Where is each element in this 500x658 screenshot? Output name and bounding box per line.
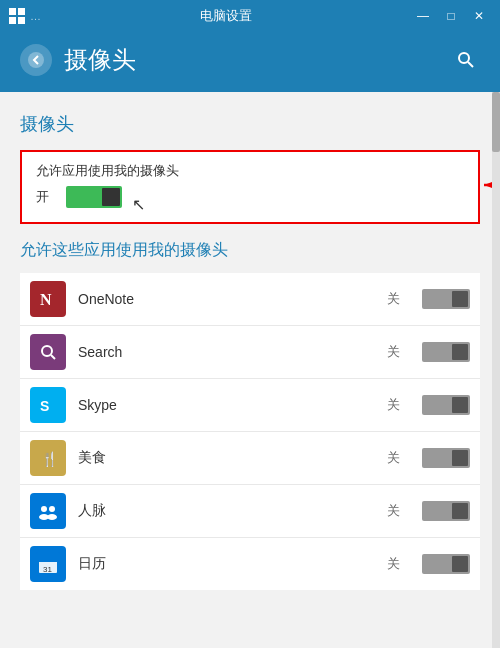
title-bar: … 电脑设置 — □ ✕ <box>0 0 500 32</box>
food-status: 关 <box>387 449 400 467</box>
svg-rect-0 <box>9 8 16 15</box>
app-list: N OneNote 关 Search 关 <box>20 273 480 590</box>
contacts-toggle[interactable] <box>422 501 470 521</box>
calendar-name: 日历 <box>78 555 375 573</box>
camera-toggle-box: 允许应用使用我的摄像头 开 ↖ <box>20 150 480 224</box>
svg-point-5 <box>459 53 469 63</box>
svg-point-19 <box>41 506 47 512</box>
toggle-state: 开 <box>36 188 56 206</box>
toggle-track <box>66 186 122 208</box>
toggle-thumb <box>102 188 120 206</box>
search-status: 关 <box>387 343 400 361</box>
camera-toggle[interactable] <box>66 186 122 208</box>
calendar-toggle-thumb <box>452 556 468 572</box>
skype-icon: S <box>30 387 66 423</box>
section-title: 摄像头 <box>20 112 480 136</box>
minimize-button[interactable]: — <box>410 6 436 26</box>
app-row-search: Search 关 <box>20 326 480 379</box>
svg-point-22 <box>47 514 57 520</box>
skype-status: 关 <box>387 396 400 414</box>
search-toggle-thumb <box>452 344 468 360</box>
skype-name: Skype <box>78 397 375 413</box>
search-app-name: Search <box>78 344 375 360</box>
svg-rect-1 <box>18 8 25 15</box>
search-button[interactable] <box>452 46 480 74</box>
apps-section-title: 允许这些应用使用我的摄像头 <box>20 240 480 261</box>
food-toggle-thumb <box>452 450 468 466</box>
back-button[interactable] <box>20 44 52 76</box>
svg-rect-3 <box>18 17 25 24</box>
page-title: 摄像头 <box>64 44 440 76</box>
title-bar-title: 电脑设置 <box>41 7 410 25</box>
onenote-toggle[interactable] <box>422 289 470 309</box>
search-app-icon <box>30 334 66 370</box>
svg-text:N: N <box>40 291 52 308</box>
svg-point-4 <box>28 52 44 68</box>
onenote-toggle-thumb <box>452 291 468 307</box>
restore-button[interactable]: □ <box>438 6 464 26</box>
food-name: 美食 <box>78 449 375 467</box>
toggle-box-label: 允许应用使用我的摄像头 <box>36 162 464 180</box>
header: 摄像头 <box>0 32 500 92</box>
svg-point-20 <box>49 506 55 512</box>
title-bar-dots: … <box>30 10 41 22</box>
toggle-row: 开 <box>36 186 464 208</box>
content-area: 摄像头 允许应用使用我的摄像头 开 ↖ 允 <box>0 92 500 648</box>
app-row-skype: S Skype 关 <box>20 379 480 432</box>
contacts-status: 关 <box>387 502 400 520</box>
svg-rect-2 <box>9 17 16 24</box>
app-row-calendar: 31 日历 关 <box>20 538 480 590</box>
skype-toggle[interactable] <box>422 395 470 415</box>
skype-toggle-thumb <box>452 397 468 413</box>
windows-icon <box>8 7 26 25</box>
contacts-toggle-thumb <box>452 503 468 519</box>
search-toggle[interactable] <box>422 342 470 362</box>
scrollbar-track[interactable] <box>492 92 500 648</box>
app-row-food: 🍴 美食 关 <box>20 432 480 485</box>
svg-text:🍴: 🍴 <box>41 451 59 468</box>
calendar-icon: 31 <box>30 546 66 582</box>
title-bar-controls: — □ ✕ <box>410 6 492 26</box>
onenote-status: 关 <box>387 290 400 308</box>
scrollbar-thumb[interactable] <box>492 92 500 152</box>
food-icon: 🍴 <box>30 440 66 476</box>
contacts-name: 人脉 <box>78 502 375 520</box>
food-toggle[interactable] <box>422 448 470 468</box>
onenote-name: OneNote <box>78 291 375 307</box>
svg-line-6 <box>468 62 473 67</box>
close-button[interactable]: ✕ <box>466 6 492 26</box>
svg-text:S: S <box>40 398 49 414</box>
calendar-toggle[interactable] <box>422 554 470 574</box>
app-row-onenote: N OneNote 关 <box>20 273 480 326</box>
contacts-icon <box>30 493 66 529</box>
svg-rect-18 <box>36 499 60 523</box>
onenote-icon: N <box>30 281 66 317</box>
app-row-contacts: 人脉 关 <box>20 485 480 538</box>
calendar-status: 关 <box>387 555 400 573</box>
svg-rect-11 <box>36 340 60 364</box>
svg-text:31: 31 <box>43 565 52 574</box>
svg-rect-25 <box>39 557 57 562</box>
